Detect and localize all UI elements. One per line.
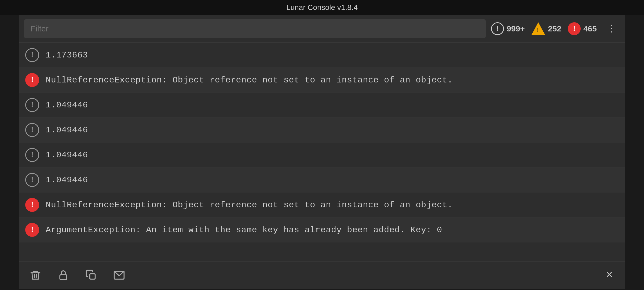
info-badge-icon: !: [491, 22, 504, 35]
email-button[interactable]: [111, 267, 128, 284]
log-text: ArgumentException: An item with the same…: [46, 225, 442, 235]
log-text: NullReferenceException: Object reference…: [46, 200, 453, 210]
lock-button[interactable]: [55, 267, 72, 284]
info-badge[interactable]: ! 999+: [491, 22, 525, 35]
error-badge[interactable]: ! 465: [568, 22, 597, 35]
email-icon: [113, 269, 125, 281]
filter-input[interactable]: [24, 19, 486, 38]
warn-badge[interactable]: 252: [531, 22, 561, 35]
warn-badge-count: 252: [548, 24, 561, 33]
info-icon: !: [25, 48, 39, 62]
log-item[interactable]: !ArgumentException: An item with the sam…: [19, 218, 625, 242]
lock-icon: [57, 269, 69, 281]
log-text: NullReferenceException: Object reference…: [46, 75, 453, 85]
log-item[interactable]: !1.049446: [19, 93, 625, 118]
svg-rect-0: [60, 275, 67, 280]
error-icon: !: [25, 198, 39, 212]
bottom-bar: path{fill:none;stroke:#aaaaaa;stroke-wid…: [19, 261, 625, 289]
badge-group: ! 999+ 252 ! 465 ⋮: [491, 21, 620, 37]
log-text: 1.049446: [46, 175, 88, 185]
title-bar: Lunar Console v1.8.4: [0, 0, 644, 15]
log-text: 1.049446: [46, 150, 88, 160]
info-icon: !: [25, 173, 39, 187]
log-list: !1.173663!NullReferenceException: Object…: [19, 43, 625, 261]
svg-rect-1: [90, 274, 95, 279]
more-button[interactable]: ⋮: [603, 21, 620, 37]
log-item[interactable]: !1.049446: [19, 143, 625, 168]
log-item[interactable]: !1.049446: [19, 118, 625, 143]
log-item[interactable]: !NullReferenceException: Object referenc…: [19, 68, 625, 93]
log-text: 1.173663: [46, 50, 88, 60]
error-badge-icon: !: [568, 22, 581, 35]
log-item[interactable]: !1.173663: [19, 43, 625, 68]
info-icon: !: [25, 123, 39, 137]
console-container: ! 999+ 252 ! 465 ⋮ !1.173663!NullReferen…: [19, 15, 625, 289]
error-icon: !: [25, 223, 39, 237]
delete-button[interactable]: path{fill:none;stroke:#aaaaaa;stroke-wid…: [27, 267, 44, 284]
log-text: 1.049446: [46, 100, 88, 110]
error-icon: !: [25, 73, 39, 87]
log-item[interactable]: !NullReferenceException: Object referenc…: [19, 193, 625, 218]
warn-badge-icon: [531, 22, 545, 35]
copy-button[interactable]: [83, 267, 100, 284]
log-item[interactable]: !1.049446: [19, 168, 625, 193]
toolbar: ! 999+ 252 ! 465 ⋮: [19, 15, 625, 43]
info-icon: !: [25, 98, 39, 112]
error-badge-count: 465: [583, 24, 597, 33]
app-title: Lunar Console v1.8.4: [286, 3, 358, 12]
copy-icon: [85, 269, 97, 281]
log-text: 1.049446: [46, 125, 88, 135]
info-badge-count: 999+: [507, 24, 525, 33]
close-button[interactable]: ×: [602, 266, 617, 284]
delete-icon: path{fill:none;stroke:#aaaaaa;stroke-wid…: [30, 269, 41, 281]
info-icon: !: [25, 148, 39, 162]
